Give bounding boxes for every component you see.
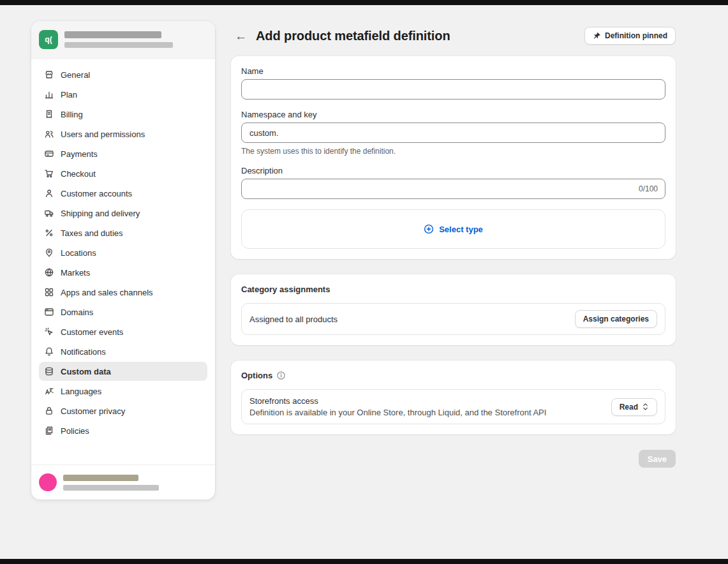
sidebar-item-label: Domains — [61, 308, 93, 317]
options-heading: Options — [241, 371, 272, 380]
bell-icon — [44, 346, 54, 357]
user-avatar — [39, 473, 57, 491]
store-icon — [44, 70, 54, 80]
namespace-input[interactable] — [241, 122, 665, 143]
store-name-redacted — [64, 31, 161, 38]
sidebar-item-label: Customer events — [61, 327, 123, 337]
users-icon — [44, 129, 54, 139]
page-title: Add product metafield definition — [256, 29, 450, 43]
screen-top-edge — [0, 0, 728, 5]
description-label: Description — [241, 166, 665, 175]
sidebar-item-label: Markets — [61, 268, 90, 278]
sidebar-item-payments[interactable]: Payments — [39, 144, 207, 163]
card-icon — [44, 149, 54, 159]
name-label: Name — [241, 66, 665, 76]
sidebar-item-custom-data[interactable]: Custom data — [39, 362, 207, 381]
assign-categories-button[interactable]: Assign categories — [575, 310, 657, 328]
user-meta — [63, 475, 159, 491]
sidebar-item-policies[interactable]: Policies — [39, 421, 207, 440]
cart-icon — [44, 168, 54, 179]
info-icon[interactable] — [276, 371, 286, 380]
sidebar-item-label: Plan — [61, 90, 77, 100]
store-meta — [64, 31, 173, 48]
sidebar-item-label: Languages — [61, 387, 101, 396]
sidebar-item-label: Checkout — [61, 169, 96, 179]
category-assignments-card: Category assignments Assigned to all pro… — [231, 274, 676, 345]
select-type-label: Select type — [439, 225, 483, 234]
sidebar-item-label: Shipping and delivery — [61, 209, 140, 218]
save-row: Save — [231, 450, 676, 468]
sidebar-item-label: Taxes and duties — [61, 228, 123, 238]
translate-icon — [44, 386, 54, 396]
assigned-to-text: Assigned to all products — [249, 315, 338, 324]
definition-form-card: Name Namespace and key The system uses t… — [231, 56, 676, 259]
pin-icon — [593, 32, 601, 40]
character-counter: 0/100 — [639, 184, 658, 193]
sidebar-item-general[interactable]: General — [39, 65, 207, 84]
select-type-button[interactable]: Select type — [241, 209, 665, 249]
user-email-redacted — [63, 485, 159, 491]
back-button[interactable]: ← — [235, 30, 247, 42]
sidebar-item-label: Customer privacy — [61, 406, 125, 416]
pinned-button-label: Definition pinned — [605, 31, 667, 40]
sidebar-item-apps-and-sales-channels[interactable]: Apps and sales channels — [39, 283, 207, 302]
sidebar-item-locations[interactable]: Locations — [39, 243, 207, 262]
cursor-click-icon — [44, 327, 54, 337]
grid-icon — [44, 287, 54, 297]
database-icon — [44, 366, 54, 376]
sidebar-item-checkout[interactable]: Checkout — [39, 164, 207, 183]
storefronts-access-row: Storefronts access Definition is availab… — [241, 389, 665, 424]
sidebar-item-label: Users and permissions — [61, 130, 145, 139]
sidebar-item-customer-events[interactable]: Customer events — [39, 322, 207, 341]
sidebar-item-label: Apps and sales channels — [61, 288, 153, 297]
percent-icon — [44, 228, 54, 238]
sidebar-item-billing[interactable]: Billing — [39, 105, 207, 124]
sidebar-item-label: Billing — [61, 110, 83, 119]
sidebar-item-label: Locations — [61, 248, 96, 258]
description-input[interactable] — [241, 179, 665, 199]
storefronts-access-title: Storefronts access — [249, 396, 546, 406]
sidebar-item-users-and-permissions[interactable]: Users and permissions — [39, 124, 207, 144]
sidebar-item-plan[interactable]: Plan — [39, 85, 207, 104]
settings-sidebar: q( GeneralPlanBillingUsers and permissio… — [31, 21, 215, 500]
person-icon — [44, 188, 54, 198]
lock-icon — [44, 406, 54, 416]
sidebar-item-markets[interactable]: Markets — [39, 263, 207, 282]
main-content: ← Add product metafield definition Defin… — [231, 27, 676, 468]
screen-bottom-edge — [0, 559, 728, 564]
access-level-select[interactable]: Read — [611, 398, 657, 416]
location-pin-icon — [44, 248, 54, 258]
document-icon — [44, 426, 54, 436]
chart-icon — [44, 89, 54, 100]
store-header[interactable]: q( — [31, 21, 215, 59]
sidebar-item-label: General — [61, 70, 90, 80]
sidebar-item-domains[interactable]: Domains — [39, 302, 207, 322]
store-avatar: q( — [39, 30, 58, 49]
sidebar-item-label: Policies — [61, 426, 89, 436]
name-input[interactable] — [241, 79, 665, 100]
sidebar-item-taxes-and-duties[interactable]: Taxes and duties — [39, 223, 207, 242]
sidebar-item-languages[interactable]: Languages — [39, 382, 207, 401]
definition-pinned-button[interactable]: Definition pinned — [584, 27, 676, 45]
category-assignment-row: Assigned to all products Assign categori… — [241, 303, 665, 335]
settings-nav: GeneralPlanBillingUsers and permissionsP… — [31, 59, 215, 464]
globe-icon — [44, 267, 54, 278]
access-level-value: Read — [620, 403, 638, 412]
sidebar-item-customer-accounts[interactable]: Customer accounts — [39, 184, 207, 203]
category-assignments-heading: Category assignments — [241, 285, 665, 294]
options-card: Options Storefronts access Definition is… — [231, 360, 676, 434]
receipt-icon — [44, 109, 54, 119]
user-footer[interactable] — [31, 464, 215, 500]
sidebar-item-notifications[interactable]: Notifications — [39, 342, 207, 361]
sidebar-item-customer-privacy[interactable]: Customer privacy — [39, 401, 207, 420]
user-name-redacted — [63, 475, 138, 481]
sidebar-item-shipping-and-delivery[interactable]: Shipping and delivery — [39, 204, 207, 223]
sidebar-item-label: Custom data — [61, 367, 111, 376]
plus-circle-icon — [424, 224, 434, 234]
sidebar-item-label: Notifications — [61, 347, 106, 357]
save-button[interactable]: Save — [639, 450, 676, 468]
sidebar-item-label: Customer accounts — [61, 189, 132, 198]
page-header: ← Add product metafield definition Defin… — [231, 27, 676, 45]
storefronts-access-description: Definition is available in your Online S… — [249, 408, 546, 417]
chevron-updown-icon — [642, 402, 649, 412]
